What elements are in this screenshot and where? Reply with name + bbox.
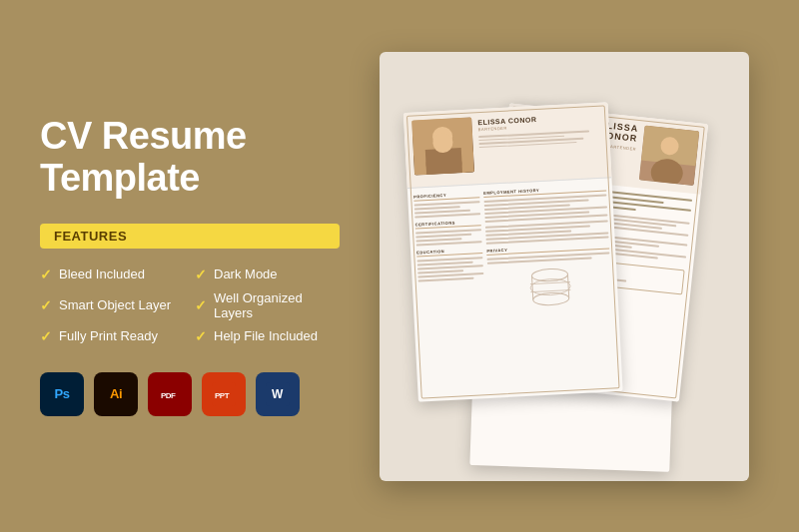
left-panel: CV Resume Template FEATURES ✓ Bleed Incl… (40, 116, 360, 416)
svg-line-11 (531, 275, 532, 299)
software-icons: Ps Ai PDF PPT W (40, 372, 340, 416)
right-panel: ELISSA CONOR BARTENDER Proficiency (360, 30, 769, 502)
cv-section-proficiency: Proficiency (413, 191, 479, 201)
feature-label: Well Organized Layers (214, 290, 340, 320)
feature-print-ready: ✓ Fully Print Ready (40, 328, 185, 344)
check-icon: ✓ (195, 297, 207, 313)
features-badge: FEATURES (40, 224, 340, 249)
features-grid: ✓ Bleed Included ✓ Dark Mode ✓ Smart Obj… (40, 266, 340, 344)
word-icon: W (256, 372, 300, 416)
svg-line-16 (530, 289, 570, 291)
cv-main-content: Employment History Privacy (483, 184, 612, 313)
cv-front-header: ELISSA CONOR BARTENDER (403, 102, 612, 189)
feature-label: Fully Print Ready (59, 328, 158, 343)
feature-help-file: ✓ Help File Included (195, 328, 340, 344)
svg-text:W: W (272, 387, 284, 401)
pdf-icon: PDF (148, 372, 192, 416)
main-container: CV Resume Template FEATURES ✓ Bleed Incl… (0, 0, 799, 532)
feature-smart-object: ✓ Smart Object Layer (40, 290, 185, 320)
cv-photo-person (411, 117, 474, 175)
title-block: CV Resume Template (40, 116, 340, 200)
svg-text:PPT: PPT (215, 391, 230, 400)
cv-sidebar: Proficiency Certifications Education (413, 191, 486, 317)
cv-section-education: Education (416, 247, 482, 257)
feature-bleed-included: ✓ Bleed Included (40, 266, 185, 282)
cv-page-front: ELISSA CONOR BARTENDER Proficiency (403, 102, 623, 401)
feature-label: Bleed Included (59, 266, 145, 281)
title-line1: CV Resume (40, 116, 340, 158)
feature-dark-mode: ✓ Dark Mode (195, 266, 340, 282)
feature-label: Help File Included (214, 328, 318, 343)
title-line2: Template (40, 158, 340, 200)
svg-line-12 (567, 273, 568, 297)
photoshop-icon: Ps (40, 372, 84, 416)
cv-photo (411, 117, 474, 175)
cv-section-certifications: Certifications (415, 219, 481, 229)
cv-front-body: Proficiency Certifications Education (407, 178, 619, 324)
check-icon: ✓ (195, 266, 207, 282)
feature-label: Smart Object Layer (59, 297, 171, 312)
svg-rect-9 (425, 148, 462, 175)
check-icon: ✓ (40, 328, 52, 344)
check-icon: ✓ (40, 266, 52, 282)
feature-well-organized: ✓ Well Organized Layers (195, 290, 340, 320)
svg-text:PDF: PDF (161, 391, 176, 400)
feature-label: Dark Mode (214, 266, 278, 281)
check-icon: ✓ (40, 297, 52, 313)
check-icon: ✓ (195, 328, 207, 344)
illustrator-icon: Ai (94, 372, 138, 416)
ppt-icon: PPT (202, 372, 246, 416)
